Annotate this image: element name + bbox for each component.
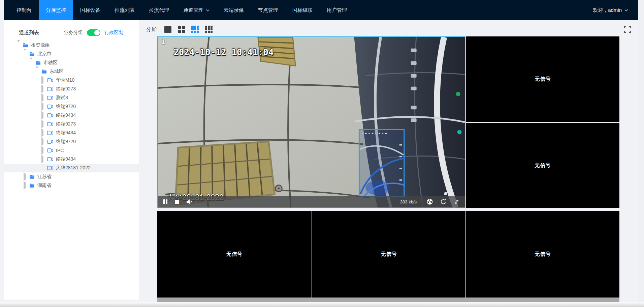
camera-icon: [47, 78, 53, 82]
nav-item-gb-devices[interactable]: 国标设备: [73, 0, 107, 20]
split-1-button[interactable]: [164, 26, 171, 33]
fullscreen-icon: [623, 25, 632, 33]
tree-item-folder[interactable]: 北京市: [4, 50, 139, 58]
caret-right-icon[interactable]: [24, 172, 26, 181]
nav-item-label: 通道管理: [183, 7, 203, 13]
grid-horizontal-scrollbar[interactable]: [157, 298, 619, 302]
caret-right-icon[interactable]: [41, 85, 43, 93]
folder-icon: [29, 52, 35, 56]
split-9-icon: [205, 26, 213, 33]
tree-item-label: 湖南省: [37, 183, 52, 189]
nav-item-pull-proxy[interactable]: 拉流代理: [142, 0, 176, 20]
nav-item-label: 拉流代理: [149, 7, 169, 13]
split-6-button[interactable]: [191, 26, 199, 33]
tree-item-camera[interactable]: 终端9720: [4, 102, 139, 111]
video-tile-1-active[interactable]: 1 2024-10-12 10:41:04 大华28181-2022 383 k…: [157, 36, 465, 208]
split-toolbar: 分屏:: [146, 23, 632, 36]
fullscreen-button[interactable]: [623, 25, 632, 33]
tree-item-camera[interactable]: 终端9434: [4, 155, 139, 164]
region-tab-label[interactable]: 行政区划: [104, 30, 123, 36]
player-control-bar: 383 kb/s: [158, 196, 465, 207]
folder-icon: [41, 69, 47, 74]
nav-item-label: 用户管理: [327, 7, 347, 13]
caret-right-icon[interactable]: [41, 120, 43, 128]
caret-right-icon[interactable]: [24, 181, 26, 190]
tree-item-folder[interactable]: 根资源组: [4, 41, 139, 50]
top-nav: 控制台 分屏监控 国标设备 推流列表 拉流代理 通道管理 云端录像 节点管理 国…: [4, 0, 638, 20]
tree-item-folder[interactable]: 湖南省: [4, 181, 139, 190]
nav-item-label: 分屏监控: [46, 7, 66, 13]
tree-item-camera[interactable]: 华为M10: [4, 76, 139, 85]
split-6-icon-active: [191, 26, 199, 33]
caret-right-icon[interactable]: [41, 137, 43, 146]
tree-item-camera[interactable]: IPC: [4, 146, 139, 155]
nav-item-split-monitor[interactable]: 分屏监控: [39, 0, 73, 20]
toggle-knob: [94, 30, 100, 35]
refresh-button[interactable]: [440, 199, 446, 205]
caret-right-icon[interactable]: [41, 111, 43, 119]
tree-item-camera[interactable]: 终端9434: [4, 111, 139, 120]
tree-item-label: 华为M10: [56, 77, 74, 83]
split-1-icon: [164, 26, 171, 33]
caret-down-icon[interactable]: [30, 58, 32, 65]
tree-item-camera[interactable]: 终端9434: [4, 129, 139, 137]
video-tile-3[interactable]: 无信号: [466, 123, 619, 208]
folder-icon: [29, 183, 35, 188]
tree-item-label: 终端9273: [56, 121, 76, 127]
refresh-icon: [440, 199, 446, 205]
sidebar-title: 通道列表: [19, 30, 39, 36]
split-4-button[interactable]: [178, 26, 185, 33]
nav-item-node-mgmt[interactable]: 节点管理: [251, 0, 285, 20]
caret-right-icon[interactable]: [41, 155, 43, 163]
tree-item-camera[interactable]: 终端9720: [4, 137, 139, 146]
page-horizontal-scrollbar-track[interactable]: [0, 302, 644, 307]
video-tile-6[interactable]: 无信号: [466, 211, 619, 298]
nav-item-cloud-record[interactable]: 云端录像: [217, 0, 251, 20]
caret-right-icon[interactable]: [41, 76, 43, 84]
camera-icon: [47, 166, 53, 170]
caret-right-icon[interactable]: [41, 129, 43, 137]
user-menu[interactable]: 欢迎，admin: [593, 0, 638, 20]
tree-item-folder[interactable]: 江苏省: [4, 172, 139, 181]
no-signal-label: 无信号: [226, 251, 243, 257]
stop-button[interactable]: [175, 200, 179, 204]
nav-item-user-mgmt[interactable]: 用户管理: [320, 0, 354, 20]
tree-item-folder[interactable]: 东城区: [4, 67, 139, 76]
snapshot-button[interactable]: [427, 199, 433, 205]
tree-item-camera-selected[interactable]: 大华28181-2022: [4, 164, 139, 172]
video-tile-2[interactable]: 无信号: [466, 36, 619, 122]
caret-down-icon[interactable]: [17, 40, 20, 48]
tree-item-camera[interactable]: 终端9273: [4, 120, 139, 129]
tree-item-label: 终端9273: [56, 86, 76, 92]
split-9-button[interactable]: [205, 26, 213, 33]
pause-button[interactable]: [163, 199, 167, 204]
tree-item-label: 北京市: [37, 51, 52, 57]
camera-icon: [47, 148, 53, 152]
app-page: 控制台 分屏监控 国标设备 推流列表 拉流代理 通道管理 云端录像 节点管理 国…: [0, 0, 644, 307]
camera-icon: [47, 122, 53, 126]
tree-item-label: 测试3: [56, 95, 68, 101]
tile-fullscreen-button[interactable]: [454, 199, 459, 205]
page-vertical-scrollbar-track[interactable]: [638, 0, 644, 307]
nav-item-channel-mgmt[interactable]: 通道管理: [176, 0, 217, 20]
video-tile-5[interactable]: 无信号: [312, 211, 465, 298]
caret-down-icon[interactable]: [36, 66, 38, 74]
caret-down-icon[interactable]: [24, 49, 26, 57]
caret-right-icon[interactable]: [41, 146, 43, 155]
channel-sidebar: 通道列表 业务分组 行政区划 根资源组 北京市 市辖区: [4, 20, 139, 300]
channel-tree: 根资源组 北京市 市辖区 东城区 华为M10: [4, 41, 139, 190]
tree-item-camera[interactable]: 终端9273: [4, 85, 139, 93]
caret-right-icon[interactable]: [41, 93, 43, 102]
main-area: 分屏:: [139, 20, 638, 300]
business-group-toggle[interactable]: [87, 29, 100, 36]
tree-item-camera[interactable]: 测试3: [4, 93, 139, 102]
nav-item-console[interactable]: 控制台: [9, 0, 39, 20]
mute-button[interactable]: [187, 199, 193, 204]
nav-item-gb-cascade[interactable]: 国标级联: [285, 0, 320, 20]
tree-item-folder[interactable]: 市辖区: [4, 58, 139, 67]
tree-item-label: 终端9720: [56, 139, 76, 145]
video-tile-4[interactable]: 无信号: [157, 211, 312, 298]
tree-item-label: 根资源组: [31, 42, 50, 48]
caret-right-icon[interactable]: [41, 102, 43, 111]
nav-item-push-list[interactable]: 推流列表: [107, 0, 142, 20]
